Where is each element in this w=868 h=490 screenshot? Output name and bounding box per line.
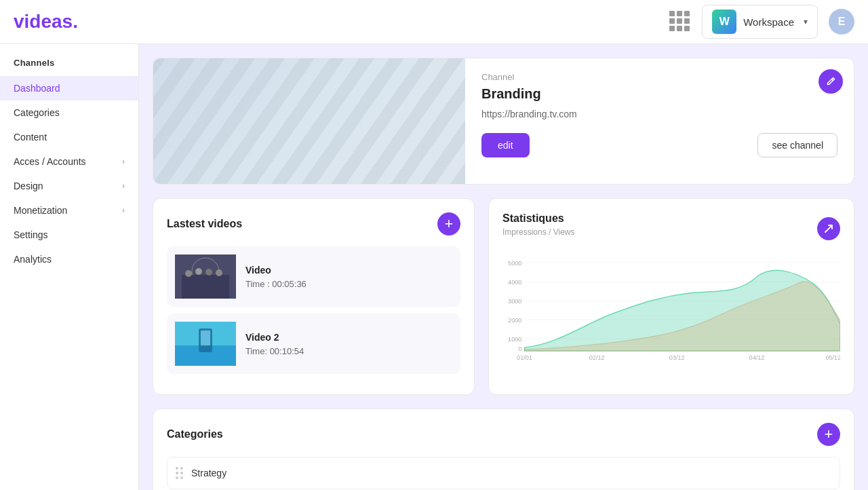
header-right: W Workspace ▾ E	[669, 5, 854, 39]
statistiques-card: Statistiques Impressions / Views	[488, 198, 854, 395]
sidebar-item-label: Settings	[14, 229, 125, 240]
video-thumbnail	[175, 322, 236, 366]
video-item[interactable]: Video Time : 00:05:36	[167, 246, 460, 307]
sidebar-item-analytics[interactable]: Analytics	[0, 247, 138, 271]
workspace-icon: W	[712, 10, 736, 34]
video-thumbnail	[175, 255, 236, 299]
channel-url: https://branding.tv.com	[481, 109, 837, 119]
channel-name: Branding	[481, 86, 837, 102]
svg-point-3	[185, 270, 192, 277]
sidebar-item-label: Monetization	[14, 205, 122, 216]
categories-card-header: Categories +	[167, 423, 840, 446]
sidebar-item-design[interactable]: Design ›	[0, 174, 138, 198]
add-category-button[interactable]: +	[817, 423, 840, 446]
svg-text:04/12: 04/12	[749, 354, 765, 361]
svg-text:03/12: 03/12	[669, 354, 685, 361]
categories-title: Categories	[167, 428, 223, 440]
workspace-label: Workspace	[743, 16, 794, 28]
svg-text:1000: 1000	[508, 336, 521, 343]
sidebar-section-title: Channels	[0, 58, 138, 76]
sidebar-item-acces-accounts[interactable]: Acces / Accounts ›	[0, 149, 138, 174]
channel-banner	[153, 58, 465, 184]
stats-title-group: Statistiques Impressions / Views	[502, 212, 574, 245]
video-item[interactable]: Video 2 Time: 00:10:54	[167, 314, 460, 374]
svg-rect-2	[182, 275, 229, 299]
sidebar-item-label: Analytics	[14, 254, 125, 265]
svg-text:4000: 4000	[508, 279, 521, 286]
main-layout: Channels Dashboard Categories Content Ac…	[0, 44, 868, 490]
svg-text:02/12: 02/12	[589, 354, 605, 361]
video-info: Video 2 Time: 00:10:54	[245, 332, 304, 356]
banner-decoration	[153, 58, 465, 184]
sidebar-item-label: Content	[14, 132, 125, 143]
sidebar-item-categories[interactable]: Categories	[0, 100, 138, 125]
video-info: Video Time : 00:05:36	[245, 265, 307, 289]
svg-text:01/01: 01/01	[517, 354, 532, 361]
sidebar-item-dashboard[interactable]: Dashboard	[0, 76, 138, 100]
svg-point-6	[216, 269, 222, 276]
chart-area: 5000 4000 3000 2000 1000 0 01/01 02/12	[502, 256, 840, 361]
channel-actions: edit see channel	[481, 133, 837, 157]
add-video-button[interactable]: +	[437, 212, 460, 235]
chevron-right-icon: ›	[122, 157, 125, 166]
header: videas. W Workspace ▾ E	[0, 0, 868, 44]
category-item[interactable]: Strategy	[167, 457, 840, 489]
bottom-row: Lastest videos +	[153, 198, 854, 395]
video-time: Time : 00:05:36	[245, 279, 307, 289]
svg-text:3000: 3000	[508, 298, 521, 305]
sidebar-item-monetization[interactable]: Monetization ›	[0, 198, 138, 223]
channel-info: Channel Branding https://branding.tv.com…	[465, 58, 854, 184]
avatar[interactable]: E	[829, 9, 854, 35]
svg-text:0: 0	[518, 345, 521, 352]
stats-subtitle: Impressions / Views	[502, 227, 574, 237]
svg-text:2000: 2000	[508, 317, 521, 324]
stats-title: Statistiques	[502, 212, 574, 225]
chart-svg: 5000 4000 3000 2000 1000 0 01/01 02/12	[502, 256, 840, 361]
external-link-button[interactable]	[817, 217, 840, 240]
svg-text:5000: 5000	[508, 260, 521, 267]
sidebar-item-label: Categories	[14, 107, 125, 118]
category-label: Strategy	[191, 468, 226, 478]
sidebar-item-settings[interactable]: Settings	[0, 223, 138, 247]
sidebar-item-label: Dashboard	[14, 83, 125, 94]
sidebar-item-label: Design	[14, 181, 122, 191]
videos-title: Lastest videos	[167, 218, 242, 230]
edit-pencil-button[interactable]	[818, 69, 843, 94]
see-channel-button[interactable]: see channel	[757, 133, 837, 157]
sidebar-item-content[interactable]: Content	[0, 125, 138, 149]
sidebar-item-label: Acces / Accounts	[14, 156, 122, 167]
edit-button[interactable]: edit	[481, 133, 530, 157]
videos-card-header: Lastest videos +	[167, 212, 460, 235]
sidebar: Channels Dashboard Categories Content Ac…	[0, 44, 139, 490]
drag-handle-icon[interactable]	[176, 467, 183, 479]
video-time: Time: 00:10:54	[245, 346, 304, 356]
video-title: Video 2	[245, 332, 304, 343]
chevron-right-icon: ›	[122, 181, 125, 191]
latest-videos-card: Lastest videos +	[153, 198, 475, 395]
logo: videas.	[14, 11, 78, 33]
svg-point-5	[205, 269, 212, 276]
chevron-down-icon: ▾	[804, 17, 808, 26]
svg-point-4	[195, 268, 202, 275]
content-area: Channel Branding https://branding.tv.com…	[139, 44, 868, 490]
grid-icon[interactable]	[669, 11, 691, 33]
video-title: Video	[245, 265, 307, 276]
workspace-button[interactable]: W Workspace ▾	[702, 5, 818, 39]
channel-card: Channel Branding https://branding.tv.com…	[153, 58, 854, 185]
categories-card: Categories + Strategy Clients	[153, 409, 854, 490]
svg-rect-10	[201, 331, 210, 345]
stats-card-header: Statistiques Impressions / Views	[502, 212, 840, 245]
svg-text:05/12: 05/12	[825, 354, 840, 361]
chevron-right-icon: ›	[122, 206, 125, 215]
channel-label: Channel	[481, 72, 837, 82]
